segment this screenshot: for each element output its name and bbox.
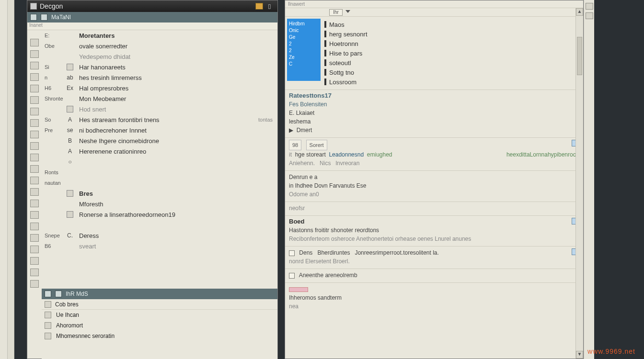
nav-row[interactable] <box>42 220 277 230</box>
tool-icon[interactable] <box>30 234 39 242</box>
tool-icon[interactable] <box>30 131 39 138</box>
category-item[interactable]: Sottg tno <box>324 67 581 77</box>
dock-item[interactable]: Ahoromort <box>42 320 277 331</box>
scrollbar[interactable]: ▲ ▼ <box>575 8 583 359</box>
nav-row[interactable]: Yedespemo dhidat <box>42 51 277 62</box>
top-tab[interactable]: Ilnawert <box>288 1 305 7</box>
scroll-thumb[interactable] <box>577 37 582 75</box>
tool-icon[interactable] <box>30 39 39 46</box>
menu-doc-icon[interactable] <box>41 14 47 21</box>
dock-icon[interactable] <box>55 291 62 297</box>
tool-icon[interactable] <box>30 200 39 207</box>
nav-row[interactable]: Obeovale sonerredter <box>42 41 277 51</box>
category-item[interactable]: herg sesnonrt <box>324 29 581 39</box>
checkbox[interactable] <box>289 250 295 256</box>
rail-icon[interactable] <box>586 3 593 10</box>
tool-icon[interactable] <box>30 269 39 276</box>
minimize-button[interactable] <box>255 3 263 10</box>
nav-row[interactable]: E:Moretanters <box>42 30 277 41</box>
nav-row[interactable]: ○ <box>42 157 277 167</box>
scroll-up-icon[interactable]: ▲ <box>576 8 583 16</box>
category-item[interactable]: Lossroom <box>324 77 581 87</box>
bottom-dock: IhR MdS Cob bres Ue IhcanAhoromortMhomes… <box>42 289 277 359</box>
nav-row[interactable]: nautan <box>42 178 277 188</box>
nav-row[interactable]: Mforesth <box>42 199 277 209</box>
tool-icon[interactable] <box>30 73 39 81</box>
nav-row[interactable]: SoAHes straream forontibri tnenstontas <box>42 114 277 125</box>
color-swatch[interactable] <box>289 287 308 292</box>
group-line[interactable]: Fes Bolensiten <box>289 100 579 109</box>
tool-icon[interactable] <box>30 96 39 104</box>
tool-icon[interactable] <box>30 154 39 161</box>
navigator-tree[interactable]: E:MoretantersObeovale sonerredterYedespe… <box>42 30 277 289</box>
result-line[interactable]: it hge storeart Leadonnesnd emiughed hee… <box>289 150 579 159</box>
nav-row[interactable]: ShronteMon Meobeamer <box>42 93 277 104</box>
tag[interactable]: Sorert <box>306 140 327 150</box>
top-tabs[interactable]: Ilnawert <box>285 0 583 8</box>
nav-label: Hes straream forontibri tnens <box>79 116 254 123</box>
nav-row[interactable]: SiHar hanonareets <box>42 62 277 72</box>
detail-line[interactable]: in Ihdhee Dovn Farvanuts Ese <box>289 181 579 190</box>
group-line[interactable]: ▶ Dmert <box>289 126 579 135</box>
category-item[interactable]: soteoutl <box>324 58 581 67</box>
nav-icon: A <box>65 116 75 123</box>
group-line[interactable]: leshema <box>289 117 579 126</box>
check-line[interactable]: Dens Bherdiruntes Jonreesrimperroot.tore… <box>289 248 579 257</box>
tool-icon[interactable] <box>30 177 39 184</box>
nav-row[interactable]: nabhes tresinh limremerss <box>42 72 277 83</box>
checkbox[interactable] <box>289 273 295 279</box>
maximize-button[interactable]: ▯ <box>268 3 275 10</box>
tool-icon[interactable] <box>30 85 39 92</box>
dock-item[interactable]: Mhomesnnec seroratin <box>42 331 277 341</box>
nav-row[interactable]: Bres <box>42 188 277 199</box>
small-tabs[interactable]: Inanet <box>27 22 277 30</box>
category-item[interactable]: Maos <box>324 20 581 29</box>
tool-icon[interactable] <box>30 188 39 196</box>
dock-section[interactable]: Cob bres <box>42 299 277 310</box>
toolbar-button[interactable]: Ihr <box>329 9 343 16</box>
menubar[interactable]: MaTaNl <box>27 12 277 22</box>
category-item[interactable]: Hoetronnn <box>324 39 581 48</box>
nav-label: Hod snert <box>79 106 277 113</box>
tool-icon[interactable] <box>30 165 39 173</box>
rail-icon[interactable] <box>586 12 593 19</box>
auth-line[interactable]: Aneenthe areneolremb <box>289 271 579 280</box>
bullet-icon <box>324 40 326 47</box>
nav-row[interactable]: Ronts <box>42 167 277 178</box>
chevron-down-icon[interactable] <box>345 10 350 15</box>
tool-icon[interactable] <box>30 211 39 219</box>
category-label: Maos <box>329 21 345 28</box>
nav-row[interactable]: SnepeC.Deress <box>42 230 277 241</box>
scroll-down-icon[interactable]: ▼ <box>576 351 583 359</box>
nav-label: Bres <box>79 190 277 197</box>
toolbar[interactable]: Ihr <box>285 8 583 17</box>
tool-icon[interactable] <box>30 223 39 230</box>
titlebar[interactable]: Decgon ▯ <box>27 0 277 12</box>
dock-item[interactable]: Ue Ihcan <box>42 310 277 320</box>
dock-bar[interactable]: IhR MdS <box>42 289 277 299</box>
nav-row[interactable]: Ronerse a linserathoreedorneon19 <box>42 209 277 220</box>
footer-pill-row[interactable] <box>289 285 579 293</box>
tool-icon[interactable] <box>30 62 39 69</box>
menu-back-icon[interactable] <box>30 14 37 21</box>
tag[interactable]: 98 <box>289 140 301 150</box>
expand-icon[interactable]: ▶ <box>289 127 293 134</box>
tool-icon[interactable] <box>30 246 39 253</box>
nav-row[interactable]: B6sveart <box>42 241 277 251</box>
menu-label[interactable]: MaTaNl <box>51 14 71 21</box>
nav-row[interactable]: BNeshe Ihgere cinomebidrone <box>42 135 277 146</box>
dock-icon[interactable] <box>45 291 51 297</box>
nav-row[interactable]: Preseni bodhecrehoner Innnet <box>42 125 277 135</box>
nav-row[interactable]: H6ExHal ompresrobres <box>42 83 277 93</box>
nav-row[interactable]: Hod snert <box>42 104 277 114</box>
category-item[interactable]: Hise to pars <box>324 48 581 58</box>
tool-icon[interactable] <box>30 257 39 265</box>
category-card[interactable]: HirdbrnOnicGe22ZeC <box>287 19 321 81</box>
group-line[interactable]: E. Lkaiaet <box>289 109 579 117</box>
nav-row[interactable]: AHererenene crationinreo <box>42 146 277 157</box>
tool-icon[interactable] <box>30 119 39 127</box>
tool-icon[interactable] <box>30 142 39 150</box>
tool-icon[interactable] <box>30 108 39 115</box>
tool-icon[interactable] <box>30 50 39 58</box>
tool-icon[interactable] <box>30 280 39 288</box>
